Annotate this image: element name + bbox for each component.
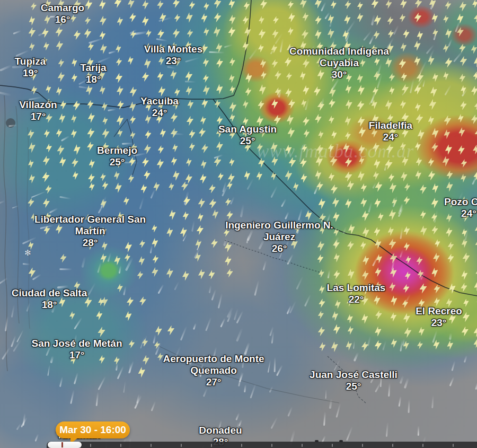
timeline-marker-nub — [339, 440, 343, 442]
timeline-tick — [392, 444, 393, 447]
timeline-tick — [120, 444, 121, 447]
timeline-tick — [302, 444, 303, 447]
city-name: Villazón — [19, 99, 57, 111]
city-label[interactable]: Pozo Colo24° — [444, 196, 477, 219]
city-label[interactable]: Las Lomitas22° — [327, 282, 386, 305]
city-label[interactable]: Filadelfia24° — [369, 120, 412, 143]
city-name: Comunidad Indigena — [289, 46, 389, 57]
city-temp: 27° — [206, 376, 222, 388]
city-label[interactable]: Villa Montes23° — [144, 43, 203, 67]
city-temp: 25° — [240, 135, 255, 147]
city-label[interactable]: Tupiza19° — [15, 56, 46, 79]
timeline-tick — [90, 444, 91, 447]
city-name: Camargo — [41, 2, 84, 14]
city-label[interactable]: Villazón17° — [19, 99, 57, 122]
city-name: Cuyabia — [320, 57, 359, 69]
city-name: Martín — [75, 225, 105, 237]
city-label[interactable]: Yacuiba24° — [140, 95, 179, 119]
city-name: San Agustin — [218, 124, 277, 135]
timeline-tick — [151, 444, 152, 447]
city-name: Villa Montes — [144, 43, 203, 55]
city-name: Bermejo — [97, 145, 137, 156]
city-name: Yacuiba — [140, 95, 179, 107]
city-temp: 28° — [83, 237, 98, 249]
city-temp: 17° — [69, 349, 85, 361]
city-temp: 30° — [332, 69, 347, 81]
city-name: Libertador General San — [34, 214, 146, 225]
city-temp: 24° — [383, 131, 399, 143]
timeline-tick — [181, 444, 182, 447]
city-temp: 17° — [31, 111, 46, 122]
city-name: Filadelfia — [369, 120, 412, 131]
timeline-tick — [453, 444, 454, 447]
city-name: Ciudad de Salta — [12, 287, 87, 299]
city-label[interactable]: Camargo16° — [41, 2, 84, 25]
city-name: Quemado — [190, 365, 237, 376]
city-label[interactable]: Libertador General SanMartín28° — [34, 214, 146, 249]
time-badge: Mar 30 - 16:00 — [56, 421, 130, 438]
city-name: Donadeu — [199, 425, 242, 436]
city-name: Las Lomitas — [327, 282, 386, 294]
city-temp: 19° — [23, 67, 38, 79]
city-temp: 25° — [110, 156, 125, 168]
city-name: Juárez — [263, 231, 295, 243]
city-temp: 23° — [166, 55, 181, 67]
timeline-marker-nub — [315, 440, 319, 442]
city-label[interactable]: San José de Metán17° — [31, 338, 122, 361]
timeline-tick — [211, 444, 212, 447]
city-temp: 24° — [152, 107, 167, 119]
city-temp: 16° — [55, 14, 70, 25]
weather-map[interactable]: ✻ www.fmatba.com.ar Camargo16°Tupiza19°T… — [0, 0, 477, 448]
city-temp: 18° — [42, 299, 57, 311]
timeline-tick — [241, 444, 242, 447]
city-name: Tupiza — [15, 56, 46, 67]
city-name: Tarija — [80, 62, 106, 74]
city-label[interactable]: Juan José Castelli25° — [310, 369, 398, 392]
city-temp: 25° — [346, 381, 361, 392]
timeline-handle[interactable] — [48, 442, 82, 448]
city-name: El Recreo — [416, 305, 462, 317]
playhead-marker — [61, 442, 63, 447]
timeline-bar[interactable] — [47, 442, 477, 448]
timeline-tick — [362, 444, 363, 447]
timeline-tick — [332, 444, 333, 447]
city-label[interactable]: Tarija18° — [80, 62, 106, 85]
city-temp: 26° — [272, 243, 287, 254]
city-label[interactable]: Bermejo25° — [97, 145, 137, 168]
city-temp: 24° — [461, 208, 476, 219]
city-temp: 22° — [349, 294, 364, 305]
city-label[interactable]: El Recreo23° — [416, 305, 462, 329]
city-temp: 18° — [86, 74, 101, 85]
city-label[interactable]: Aeropuerto de MonteQuemado27° — [163, 353, 264, 388]
city-label[interactable]: Ciudad de Salta18° — [12, 287, 87, 311]
city-temp: 23° — [431, 317, 447, 329]
city-name: Ingeniero Guillermo N. — [225, 219, 333, 231]
city-label[interactable]: Ingeniero Guillermo N.Juárez26° — [225, 219, 333, 254]
time-badge-label: Mar 30 - 16:00 — [59, 424, 126, 436]
city-name: San José de Metán — [31, 338, 122, 349]
city-name: Pozo Colo — [444, 196, 477, 208]
timeline-tick — [271, 444, 272, 447]
city-label[interactable]: San Agustin25° — [218, 124, 277, 147]
city-label[interactable]: Comunidad IndigenaCuyabia30° — [289, 46, 389, 81]
city-name: Juan José Castelli — [310, 369, 398, 381]
city-name: Aeropuerto de Monte — [163, 353, 264, 365]
timeline-tick — [422, 444, 423, 447]
